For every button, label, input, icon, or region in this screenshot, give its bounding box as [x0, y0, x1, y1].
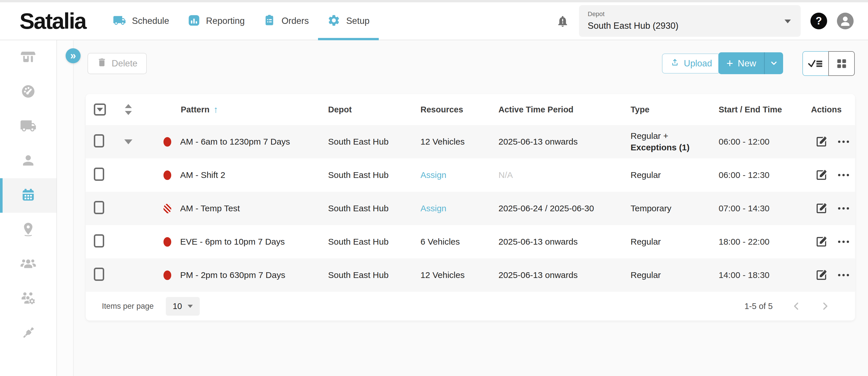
- sidebar-item-locations[interactable]: [0, 213, 56, 247]
- type-cell-line1: Regular: [630, 169, 719, 181]
- sidebar-item-depots[interactable]: [0, 40, 56, 75]
- clipboard-icon: [263, 14, 276, 28]
- table-header-row: Pattern ↑ Depot Resources Active Time Pe…: [86, 94, 855, 125]
- expand-row-icon[interactable]: [124, 139, 132, 144]
- edit-icon[interactable]: [815, 202, 828, 215]
- table-row: EVE - 6pm to 10pm 7 Days South East Hub …: [86, 225, 855, 259]
- active-period-cell: N/A: [498, 170, 630, 180]
- type-cell-line1: Temporary: [630, 203, 719, 214]
- column-header-depot[interactable]: Depot: [328, 105, 421, 114]
- column-header-active-time-period[interactable]: Active Time Period: [498, 105, 630, 114]
- row-menu-icon[interactable]: [838, 207, 849, 210]
- select-all-checkbox[interactable]: [94, 103, 106, 115]
- driver-icon: [21, 152, 36, 169]
- tab-reporting[interactable]: Reporting: [179, 2, 254, 40]
- depot-cell: South East Hub: [328, 204, 421, 213]
- time-cell: 06:00 - 12:00: [719, 137, 811, 147]
- pagination-range: 1-5 of 5: [745, 302, 773, 311]
- tab-schedule[interactable]: Schedule: [103, 2, 178, 40]
- sidebar-item-team-settings[interactable]: [0, 282, 56, 316]
- tab-label: Reporting: [206, 16, 245, 26]
- sidebar-item-vehicles[interactable]: [0, 109, 56, 144]
- row-menu-icon[interactable]: [838, 141, 849, 143]
- column-header-actions: Actions: [811, 105, 855, 114]
- main-nav: Schedule Reporting Orders Setup: [103, 2, 378, 40]
- status-dot-icon: [163, 271, 171, 280]
- grid-view-button[interactable]: [828, 51, 855, 76]
- sort-toggle-icon[interactable]: [125, 104, 132, 115]
- sidebar-item-drivers[interactable]: [0, 144, 56, 178]
- tab-orders[interactable]: Orders: [254, 2, 318, 40]
- edit-icon[interactable]: [815, 169, 828, 181]
- tab-label: Setup: [346, 16, 370, 26]
- depot-cell: South East Hub: [328, 137, 421, 147]
- status-dot-icon: [163, 137, 171, 147]
- column-header-start-end-time[interactable]: Start / End Time: [719, 105, 811, 114]
- notification-bell-icon[interactable]: [556, 14, 569, 28]
- active-period-cell: 2025-06-13 onwards: [498, 270, 630, 280]
- pattern-cell: AM - Shift 2: [180, 170, 225, 180]
- sidebar-item-dashboard[interactable]: [0, 75, 56, 109]
- tab-label: Orders: [281, 16, 309, 26]
- type-cell-line1: Regular: [630, 236, 719, 247]
- team-settings-icon: [20, 290, 36, 308]
- column-header-pattern[interactable]: Pattern ↑: [142, 104, 328, 115]
- type-cell-line1: Regular: [630, 269, 719, 281]
- column-header-resources[interactable]: Resources: [421, 105, 498, 114]
- pattern-cell: AM - 6am to 1230pm 7 Days: [180, 137, 290, 147]
- locations-pin-icon: [21, 221, 36, 238]
- active-period-cell: 2025-06-13 onwards: [498, 237, 630, 247]
- type-cell-line1: Regular +: [630, 130, 719, 142]
- tab-setup[interactable]: Setup: [318, 2, 379, 40]
- new-button[interactable]: + New: [718, 52, 764, 74]
- next-page-button[interactable]: [820, 301, 830, 311]
- sidebar-item-teams[interactable]: [0, 247, 56, 282]
- depot-cell: South East Hub: [328, 170, 421, 180]
- items-per-page-select[interactable]: 10: [166, 297, 200, 316]
- resources-cell: 12 Vehicles: [421, 137, 498, 147]
- sidebar-item-integrations[interactable]: [0, 316, 56, 351]
- delete-button[interactable]: Delete: [88, 53, 147, 74]
- row-checkbox[interactable]: [94, 268, 104, 281]
- assign-link[interactable]: Assign: [421, 170, 446, 180]
- new-button-dropdown[interactable]: [765, 52, 783, 74]
- row-menu-icon[interactable]: [838, 174, 849, 176]
- sort-asc-icon: ↑: [214, 104, 218, 115]
- edit-icon[interactable]: [815, 135, 828, 148]
- row-checkbox[interactable]: [94, 134, 104, 147]
- depot-selector[interactable]: Depot South East Hub (2930): [579, 5, 801, 37]
- edit-icon[interactable]: [815, 235, 828, 248]
- row-checkbox[interactable]: [94, 201, 104, 214]
- type-cell-line2: Exceptions (1): [630, 142, 719, 153]
- expand-panel-button[interactable]: »: [66, 48, 81, 63]
- column-header-type[interactable]: Type: [630, 105, 719, 114]
- prev-page-button[interactable]: [791, 301, 802, 311]
- list-view-button[interactable]: [802, 51, 829, 76]
- status-dot-icon: [163, 170, 171, 180]
- row-checkbox[interactable]: [94, 168, 104, 181]
- resources-cell: 12 Vehicles: [421, 270, 498, 280]
- pattern-cell: EVE - 6pm to 10pm 7 Days: [180, 237, 285, 247]
- items-per-page-value: 10: [173, 302, 182, 311]
- user-avatar[interactable]: [837, 13, 854, 29]
- active-tab-underline: [318, 38, 379, 40]
- new-button-label: New: [738, 58, 756, 69]
- row-menu-icon[interactable]: [838, 241, 849, 243]
- dashboard-gauge-icon: [20, 83, 36, 101]
- upload-icon: [670, 58, 680, 70]
- sidebar-item-shift-patterns[interactable]: [0, 178, 56, 213]
- tab-label: Schedule: [132, 16, 169, 26]
- vehicles-icon: [20, 117, 36, 135]
- help-button[interactable]: ?: [810, 13, 827, 29]
- upload-button[interactable]: Upload: [662, 54, 720, 74]
- items-per-page-label: Items per page: [102, 302, 154, 311]
- row-menu-icon[interactable]: [838, 274, 849, 276]
- row-checkbox[interactable]: [94, 234, 104, 247]
- patterns-table: Pattern ↑ Depot Resources Active Time Pe…: [86, 94, 855, 320]
- integrations-plug-icon: [21, 325, 36, 342]
- depot-selector-label: Depot: [588, 10, 792, 18]
- assign-link[interactable]: Assign: [421, 204, 446, 213]
- truck-icon: [113, 14, 126, 28]
- depot-selector-value: South East Hub (2930): [588, 21, 792, 31]
- edit-icon[interactable]: [815, 269, 828, 281]
